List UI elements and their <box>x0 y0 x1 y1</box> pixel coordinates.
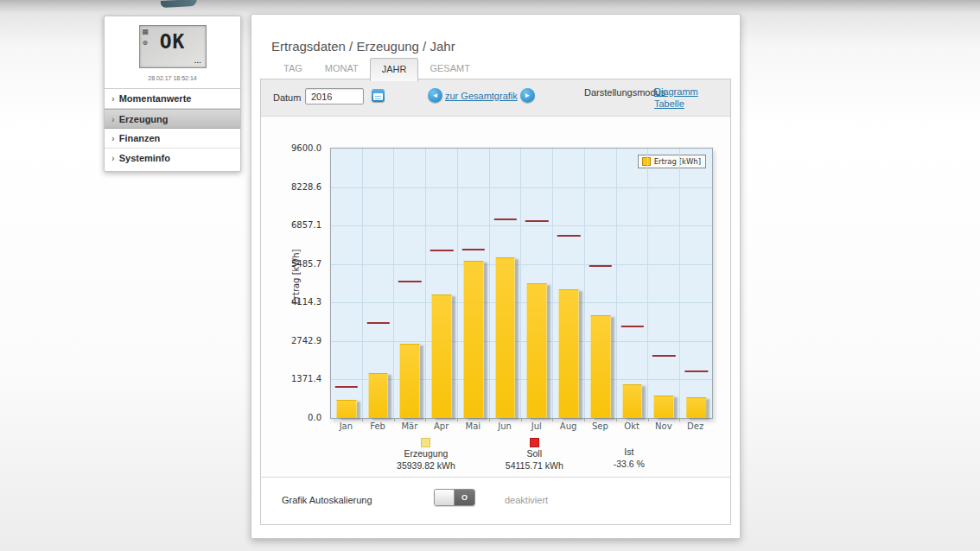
soll-tick-Jan <box>335 386 358 388</box>
ertrag-bar-Okt <box>622 384 642 418</box>
mode-diagramm-link[interactable]: Diagramm <box>654 86 698 98</box>
chevron-right-icon: › <box>111 89 115 108</box>
mode-tabelle-link[interactable]: Tabelle <box>654 98 698 110</box>
breadcrumb: Ertragsdaten / Erzeugung / Jahr <box>271 39 455 54</box>
x-tick-label: Jul <box>521 421 553 431</box>
sidebar-item-finanzen[interactable]: › Finanzen <box>105 129 240 149</box>
sidebar-item-label: Momentanwerte <box>119 89 192 108</box>
autoscale-toggle[interactable]: O <box>434 489 475 506</box>
soll-value: 54115.71 kWh <box>506 460 563 472</box>
x-tick-label: Mai <box>457 421 489 431</box>
tab-jahr[interactable]: JAHR <box>370 58 419 81</box>
y-tick-label: 0.0 <box>308 413 321 422</box>
chevron-right-icon: › <box>111 149 115 168</box>
gesamtgrafik-link[interactable]: zur Gesamtgrafik <box>445 91 518 101</box>
sidebar-item-erzeugung[interactable]: › Erzeugung <box>105 109 240 129</box>
sidebar-item-momentanwerte[interactable]: › Momentanwerte <box>105 89 240 109</box>
tab-tag[interactable]: TAG <box>272 58 314 79</box>
month-column-Okt <box>617 149 649 418</box>
x-tick-label: Dez <box>679 421 711 431</box>
x-tick-label: Mär <box>394 421 426 431</box>
ertrag-bar-Aug <box>559 289 579 418</box>
month-column-Aug <box>553 149 585 418</box>
soll-tick-Apr <box>430 250 453 251</box>
calendar-icon[interactable] <box>372 89 385 102</box>
month-column-Jul <box>522 149 554 418</box>
lcd-status-text: OK <box>140 32 206 52</box>
x-tick-label: Jan <box>330 421 362 431</box>
x-tick-label: Sep <box>584 421 616 431</box>
soll-tick-Mär <box>398 281 421 282</box>
y-tick-label: 1371.4 <box>291 374 321 383</box>
soll-tick-Nov <box>652 355 675 357</box>
ist-value: -33.6 % <box>614 459 645 470</box>
x-tick-label: Apr <box>425 421 457 431</box>
sidebar-item-label: Erzeugung <box>119 110 169 129</box>
next-year-button[interactable]: ► <box>520 88 535 103</box>
month-column-Feb <box>363 149 395 418</box>
month-column-Mai <box>458 149 490 418</box>
date-input[interactable] <box>305 88 364 104</box>
soll-swatch-icon <box>530 438 539 447</box>
device-display-wrap: ▦ ⊕ OK ▪▪▪ 28.02.17 18:52:14 <box>105 16 240 81</box>
month-column-Jan <box>331 149 363 418</box>
soll-tick-Feb <box>366 322 389 324</box>
ist-label: Ist <box>624 446 633 458</box>
x-tick-label: Jun <box>489 421 521 431</box>
month-column-Mär <box>394 149 426 418</box>
x-tick-label: Nov <box>648 421 680 431</box>
soll-tick-Okt <box>620 326 643 327</box>
prev-year-button[interactable]: ◄ <box>428 88 442 103</box>
ertrag-bar-Dez <box>686 397 707 418</box>
sidebar-menu: › Momentanwerte › Erzeugung › Finanzen ›… <box>105 88 240 168</box>
sidebar: ▦ ⊕ OK ▪▪▪ 28.02.17 18:52:14 › Momentanw… <box>104 16 241 172</box>
lcd-dots-icon: ▪▪▪ <box>194 60 201 65</box>
x-tick-label: Feb <box>362 421 394 431</box>
device-lcd-display: ▦ ⊕ OK ▪▪▪ <box>139 25 207 68</box>
sidebar-item-label: Systeminfo <box>119 149 170 168</box>
month-column-Apr <box>426 149 458 418</box>
summary-legend: Erzeugung 35939.82 kWh Soll 54115.71 kWh… <box>330 438 711 472</box>
x-tick-label: Okt <box>616 421 648 431</box>
erzeugung-label: Erzeugung <box>404 448 449 459</box>
plot-area: Ertrag [kWh] <box>330 148 713 419</box>
autoscale-label: Grafik Autoskalierung <box>282 495 372 505</box>
soll-tick-Sep <box>589 265 612 267</box>
month-column-Sep <box>585 149 617 418</box>
tab-gesamt[interactable]: GESAMT <box>418 58 480 79</box>
soll-tick-Dez <box>684 370 708 372</box>
page-background: { "icons": { "prev_arrow": "◄", "next_ar… <box>0 0 980 551</box>
chevron-right-icon: › <box>111 110 115 129</box>
ertrag-bar-Mär <box>400 344 420 418</box>
x-tick-label: Aug <box>552 421 584 431</box>
ertrag-bar-Nov <box>654 396 674 418</box>
display-mode-links: Diagramm Tabelle <box>654 86 698 110</box>
y-tick-label: 6857.1 <box>291 220 321 230</box>
autoscale-status: deaktiviert <box>505 495 548 505</box>
x-axis-labels: JanFebMärAprMaiJunJulAugSepOktNovDez <box>330 421 711 431</box>
toggle-knob <box>435 490 455 505</box>
tab-monat[interactable]: MONAT <box>314 58 370 79</box>
month-column-Dez <box>680 149 712 418</box>
ertrag-bar-Mai <box>463 261 483 418</box>
erzeugung-value: 35939.82 kWh <box>397 460 455 472</box>
sidebar-item-systeminfo[interactable]: › Systeminfo <box>105 149 240 168</box>
erzeugung-swatch-icon <box>421 438 430 447</box>
toggle-off-icon: O <box>455 490 474 505</box>
toolbar: Datum ◄ zur Gesamtgrafik ► Darstellungsm… <box>261 79 730 117</box>
y-axis-title: Ertrag [kWh] <box>291 234 301 320</box>
soll-label: Soll <box>527 448 543 459</box>
year-nav: ◄ zur Gesamtgrafik ► <box>428 88 535 103</box>
y-tick-label: 9600.0 <box>291 143 321 153</box>
ertrag-bar-Jan <box>336 400 356 418</box>
ertrag-bar-Jul <box>527 283 547 418</box>
ertrag-bar-Apr <box>432 294 452 418</box>
tab-bar: TAG MONAT JAHR GESAMT <box>272 58 481 80</box>
device-timestamp: 28.02.17 18:52:14 <box>105 75 240 81</box>
autoscale-section: Grafik Autoskalierung O deaktiviert <box>261 477 730 524</box>
ertrag-bar-Jun <box>495 257 515 418</box>
soll-tick-Aug <box>557 235 580 237</box>
content-box: Datum ◄ zur Gesamtgrafik ► Darstellungsm… <box>260 79 731 525</box>
summary-erzeugung: Erzeugung 35939.82 kWh <box>397 438 455 472</box>
app-logo-fragment <box>161 0 197 8</box>
